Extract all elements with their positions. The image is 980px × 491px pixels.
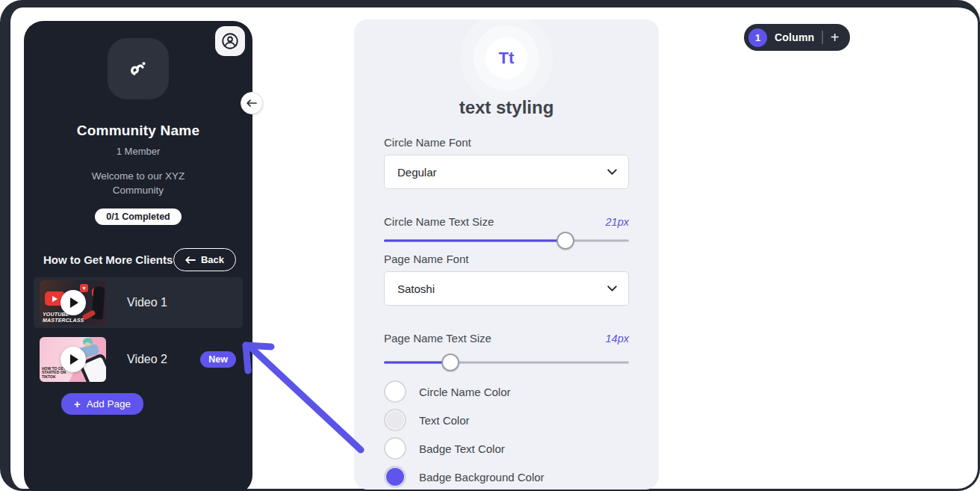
video-2-thumbnail: How to get started on TikTok: [40, 337, 106, 382]
text-color-swatch[interactable]: [384, 409, 406, 431]
sidebar-header: [24, 21, 252, 103]
circle-name-font-select[interactable]: Degular: [384, 155, 629, 189]
video-1-thumbnail: ♥ ♥ Youtube Masterclass: [40, 280, 106, 325]
circle-name-size-value: 21px: [606, 216, 629, 228]
back-button[interactable]: Back: [173, 248, 236, 271]
thumbnail-caption: Youtube Masterclass: [43, 312, 87, 323]
add-column-button[interactable]: +: [831, 30, 840, 45]
color-label: Circle Name Color: [419, 386, 511, 398]
color-row-badge-background: Badge Background Color: [384, 463, 629, 491]
video-row-2[interactable]: How to get started on TikTok Video 2 New: [34, 334, 243, 385]
circle-name-size-label: Circle Name Text Size: [384, 215, 494, 228]
plus-icon: +: [74, 398, 81, 410]
select-value: Degular: [397, 166, 437, 179]
community-avatar: [108, 38, 169, 99]
heart-icon: ♥: [80, 284, 88, 292]
page-name-size-slider[interactable]: [384, 353, 629, 371]
panel-title: text styling: [384, 97, 629, 118]
color-options-list: Circle Name Color Text Color Badge Text …: [384, 377, 629, 491]
page-name-size-label: Page Name Text Size: [384, 332, 491, 345]
completed-badge: 0/1 Completed: [95, 209, 181, 225]
badge-background-color-swatch[interactable]: [384, 466, 406, 488]
add-page-label: Add Page: [87, 398, 131, 410]
slider-thumb[interactable]: [441, 353, 459, 371]
video-title: Video 2: [127, 353, 167, 366]
color-row-circle-name: Circle Name Color: [384, 377, 629, 406]
page-name-font-select[interactable]: Satoshi: [384, 271, 629, 306]
play-button[interactable]: [61, 290, 86, 315]
circle-name-color-swatch[interactable]: [384, 380, 406, 403]
text-styling-icon: Tt: [486, 37, 527, 79]
page-name-font-label: Page Name Font: [384, 253, 629, 265]
add-page-button[interactable]: + Add Page: [61, 393, 143, 415]
profile-button[interactable]: [215, 26, 245, 56]
color-label: Text Color: [419, 414, 470, 427]
back-button-label: Back: [201, 254, 224, 265]
section-header: How to Get More Clients Back: [24, 248, 252, 271]
color-row-text: Text Color: [384, 406, 629, 434]
column-toolbar: 1 Column +: [744, 24, 850, 51]
column-label[interactable]: Column: [775, 31, 814, 43]
color-label: Badge Text Color: [419, 442, 505, 455]
community-sidebar: Community Name 1 Member Welcome to our X…: [24, 21, 252, 491]
slider-thumb[interactable]: [556, 232, 574, 250]
column-count-badge: 1: [748, 28, 767, 47]
arrow-left-icon: [246, 99, 257, 107]
collapse-sidebar-button[interactable]: [241, 92, 263, 114]
app-window: Community Name 1 Member Welcome to our X…: [0, 0, 980, 491]
color-row-badge-text: Badge Text Color: [384, 434, 629, 463]
user-circle-icon: [220, 31, 240, 51]
text-styling-panel: Tt text styling Circle Name Font Degular…: [354, 19, 659, 490]
arrow-left-icon: [185, 256, 196, 264]
video-row-1[interactable]: ♥ ♥ Youtube Masterclass Video 1: [34, 277, 243, 328]
divider: [822, 31, 823, 44]
member-count: 1 Member: [117, 146, 161, 157]
section-title: How to Get More Clients: [43, 253, 173, 266]
badge-text-color-swatch[interactable]: [384, 437, 406, 460]
chevron-down-icon: [607, 285, 617, 291]
color-label: Badge Background Color: [419, 471, 545, 484]
video-title: Video 1: [127, 296, 167, 309]
select-value: Satoshi: [397, 282, 435, 295]
circle-name-size-slider[interactable]: [384, 232, 629, 250]
play-button[interactable]: [61, 347, 86, 372]
new-badge: New: [200, 351, 236, 368]
squiggle-logo-icon: [125, 55, 152, 82]
welcome-text: Welcome to our XYZ Community: [74, 169, 202, 197]
page-name-size-value: 14px: [606, 333, 629, 345]
chevron-down-icon: [607, 169, 617, 175]
circle-name-font-label: Circle Name Font: [384, 136, 629, 149]
community-name: Community Name: [77, 123, 199, 139]
